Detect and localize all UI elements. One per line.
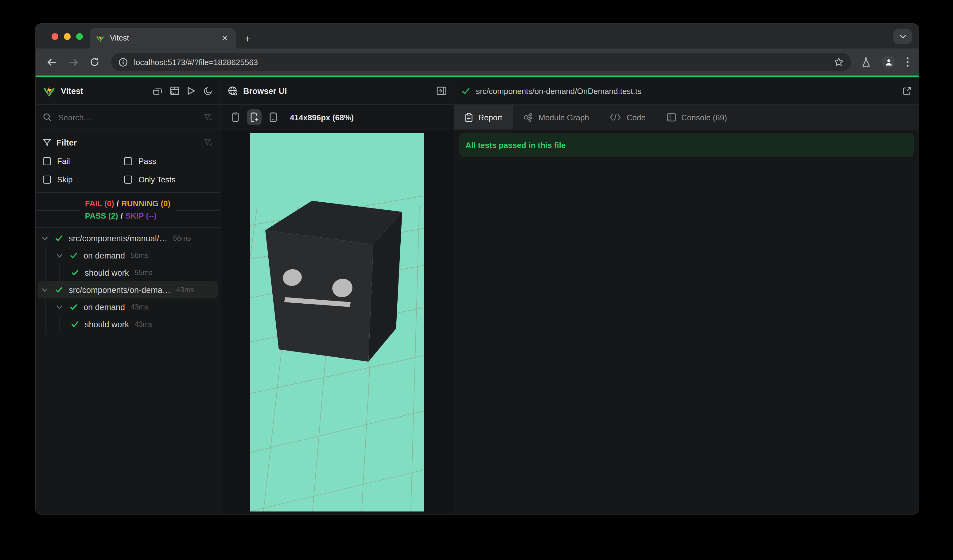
separator: / — [117, 199, 119, 208]
chrome-toolbar: localhost:5173/#/?file=1828625563 — [36, 48, 919, 76]
filter-options: Fail Pass Skip Only Tests — [43, 155, 213, 186]
url-bar[interactable]: localhost:5173/#/?file=1828625563 — [111, 53, 851, 71]
clear-search-filter-icon[interactable] — [204, 113, 213, 121]
checkbox-icon — [124, 157, 132, 165]
clear-filter-icon[interactable] — [204, 138, 213, 146]
filter-checkbox-fail[interactable]: Fail — [43, 155, 124, 168]
tab-code[interactable]: Code — [600, 105, 656, 130]
app-name: Vitest — [61, 86, 83, 96]
tab-report[interactable]: Report — [455, 105, 513, 130]
chevron-down-icon[interactable] — [56, 305, 63, 309]
pass-count: PASS (2) — [85, 211, 118, 220]
tab-console[interactable]: Console (69) — [656, 105, 737, 130]
browser-ui-header: Browser UI — [220, 78, 454, 105]
tree-test-row[interactable]: should work 43ms — [36, 316, 220, 333]
back-button[interactable] — [44, 55, 59, 70]
test-label: should work — [85, 320, 129, 329]
search-row — [36, 105, 220, 130]
reload-button[interactable] — [87, 55, 102, 70]
device-phone-small-button[interactable] — [228, 109, 242, 125]
reload-icon — [90, 57, 99, 67]
experiments-flask-icon[interactable] — [861, 57, 871, 67]
forward-button[interactable] — [66, 55, 81, 70]
report-content: All tests passed in this file — [455, 130, 919, 514]
test-duration: 56ms — [130, 251, 149, 260]
chevron-down-icon[interactable] — [42, 288, 48, 292]
device-phone-minus-button[interactable] — [266, 109, 281, 125]
threejs-scene — [250, 133, 424, 512]
chevron-down-icon[interactable] — [56, 253, 63, 258]
tree-test-row[interactable]: should work 55ms — [36, 264, 220, 281]
dashboard-button[interactable] — [170, 87, 179, 95]
open-external-icon[interactable] — [903, 87, 911, 95]
sidebar-header-actions — [153, 86, 213, 96]
sidebar: Vitest — [36, 78, 220, 514]
test-browser-viewport[interactable] — [250, 133, 424, 512]
tab-label: Report — [478, 113, 502, 122]
test-duration: 43ms — [130, 303, 149, 311]
tree-suite-row[interactable]: on demand 43ms — [36, 298, 220, 316]
search-input[interactable] — [57, 112, 204, 123]
chevron-down-icon[interactable] — [42, 236, 48, 240]
menu-kebab-icon[interactable] — [906, 57, 909, 67]
tab-module-graph[interactable]: Module Graph — [513, 105, 600, 130]
device-phone-plus-button[interactable] — [247, 109, 262, 125]
fail-count: FAIL (0) — [85, 199, 114, 208]
dock-panel-icon[interactable] — [436, 87, 446, 95]
minimize-window-button[interactable] — [64, 33, 71, 40]
report-panel: src/components/on-demand/OnDemand.test.t… — [455, 78, 919, 514]
url-text[interactable]: localhost:5173/#/?file=1828625563 — [134, 57, 834, 67]
site-info-icon[interactable] — [118, 57, 128, 67]
panel-title: Browser UI — [243, 86, 436, 96]
filter-header: Filter — [43, 135, 213, 150]
filter-checkbox-only-tests[interactable]: Only Tests — [124, 173, 213, 186]
browser-ui-body — [220, 130, 454, 514]
test-duration: 43ms — [176, 285, 194, 294]
robot-cube — [265, 201, 402, 361]
back-arrow-icon — [47, 57, 57, 67]
new-tab-button[interactable]: + — [244, 34, 250, 44]
test-duration: 55ms — [135, 268, 152, 277]
report-tabs: Report — [455, 105, 919, 130]
tab-label: Code — [627, 113, 646, 122]
checkbox-icon — [124, 175, 132, 184]
profile-avatar[interactable] — [882, 55, 895, 69]
checkbox-label: Pass — [138, 157, 156, 166]
tree-suite-row[interactable]: on demand 56ms — [36, 247, 220, 264]
device-toolbar: 414x896px (68%) — [220, 105, 454, 130]
tree-file-row-selected[interactable]: src/components/on-dema… 43ms — [37, 281, 218, 298]
console-icon — [667, 113, 676, 122]
theme-toggle-moon-button[interactable] — [203, 86, 213, 96]
code-icon — [610, 113, 621, 121]
checkbox-icon — [43, 157, 51, 165]
maximize-window-button[interactable] — [76, 33, 83, 40]
bookmark-star-icon[interactable] — [834, 57, 844, 67]
tab-title: Vitest — [110, 34, 220, 42]
test-label: on demand — [84, 251, 125, 260]
browser-tab[interactable]: Vitest ✕ — [90, 28, 236, 48]
run-all-button[interactable] — [187, 87, 195, 95]
brand: Vitest — [43, 85, 153, 97]
checkbox-label: Skip — [57, 175, 73, 184]
checkbox-label: Only Tests — [138, 175, 175, 184]
stats-block: FAIL (0)/RUNNING (0) PASS (2)/SKIP (--) — [80, 198, 175, 222]
windows-stack-button[interactable] — [153, 87, 162, 95]
all-tests-passed-banner: All tests passed in this file — [459, 133, 914, 157]
close-window-button[interactable] — [51, 33, 58, 40]
tree-file-row[interactable]: src/components/manual/… 56ms — [36, 230, 220, 247]
forward-arrow-icon — [68, 57, 78, 67]
screen: Vitest ✕ + — [0, 0, 953, 560]
viewport-dimensions: 414x896px (68%) — [290, 113, 354, 122]
test-label: src/components/on-dema… — [69, 285, 171, 295]
banner-text: All tests passed in this file — [466, 140, 566, 149]
tab-search-button[interactable] — [893, 29, 912, 44]
filter-checkbox-pass[interactable]: Pass — [124, 155, 213, 168]
vitest-logo-icon — [43, 85, 55, 97]
test-stats: FAIL (0)/RUNNING (0) PASS (2)/SKIP (--) — [36, 193, 220, 228]
separator: / — [121, 211, 123, 220]
filter-checkbox-skip[interactable]: Skip — [43, 173, 124, 186]
clipboard-icon — [465, 113, 473, 122]
pass-check-icon — [55, 287, 63, 293]
funnel-icon — [43, 138, 51, 146]
close-tab-icon[interactable]: ✕ — [220, 33, 230, 43]
